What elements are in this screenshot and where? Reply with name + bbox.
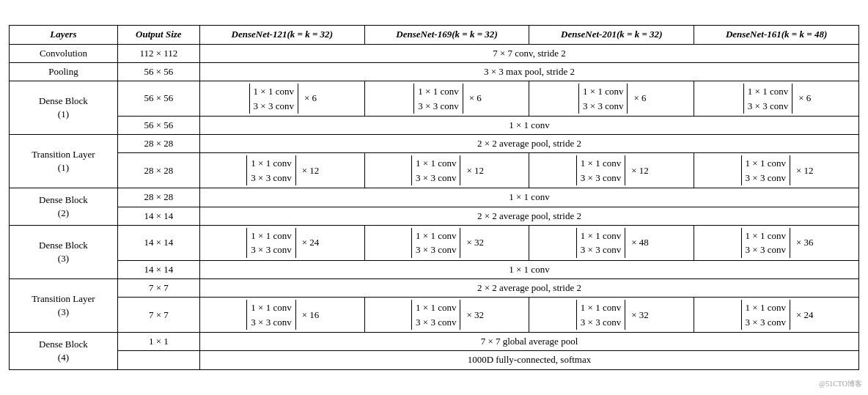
- trans1-row1: 56 × 56 1 × 1 conv: [10, 117, 859, 135]
- convolution-label: Convolution: [10, 44, 118, 62]
- pooling-label: Pooling: [10, 62, 118, 81]
- dense3-label: Dense Block (3): [10, 225, 118, 278]
- dense2-net161: 1 × 1 conv 3 × 3 conv × 12: [694, 153, 859, 188]
- classification-size-empty: [117, 351, 199, 369]
- dense3-net121: 1 × 1 conv 3 × 3 conv × 24: [199, 225, 364, 260]
- header-layers: Layers: [10, 26, 118, 44]
- pooling-size: 56 × 56: [117, 62, 199, 81]
- trans2-row1: Dense Block (2) 28 × 28 1 × 1 conv: [10, 188, 859, 207]
- classification-content2: 1000D fully-connected, softmax: [199, 351, 858, 369]
- dense3-net161: 1 × 1 conv 3 × 3 conv × 36: [694, 225, 859, 260]
- dense4-net121: 1 × 1 conv 3 × 3 conv × 16: [199, 298, 364, 333]
- dense4-net169: 1 × 1 conv 3 × 3 conv × 32: [364, 298, 529, 333]
- header-output: Output Size: [117, 26, 199, 44]
- header-densenet161: DenseNet-161(k = k = 48): [694, 26, 859, 44]
- trans3-row1: 14 × 14 1 × 1 conv: [10, 260, 859, 278]
- dense3-net169: 1 × 1 conv 3 × 3 conv × 32: [364, 225, 529, 260]
- densenet-table: Layers Output Size DenseNet-121(k = k = …: [9, 25, 859, 369]
- trans1-content2: 2 × 2 average pool, stride 2: [199, 135, 858, 153]
- header-densenet121: DenseNet-121(k = k = 32): [199, 26, 364, 44]
- header-densenet201: DenseNet-201(k = k = 32): [529, 26, 694, 44]
- dense3-row: Dense Block (3) 14 × 14 1 × 1 conv 3 × 3…: [10, 225, 859, 260]
- dense3-net201: 1 × 1 conv 3 × 3 conv × 48: [529, 225, 694, 260]
- header-densenet169: DenseNet-169(k = k = 32): [364, 26, 529, 44]
- dense2-row: 28 × 28 1 × 1 conv 3 × 3 conv × 12 1 × 1…: [10, 153, 859, 188]
- trans3-content2: 2 × 2 average pool, stride 2: [199, 278, 858, 297]
- dense2-net169: 1 × 1 conv 3 × 3 conv × 12: [364, 153, 529, 188]
- dense1-net161: 1 × 1 conv 3 × 3 conv × 6: [694, 81, 859, 117]
- trans1-label: Transition Layer (1): [10, 135, 118, 188]
- trans3-size1: 14 × 14: [117, 260, 199, 278]
- trans3-label: Transition Layer (3): [10, 278, 118, 332]
- dense4-net161: 1 × 1 conv 3 × 3 conv × 24: [694, 298, 859, 333]
- trans2-content1: 1 × 1 conv: [199, 188, 858, 207]
- trans1-content1: 1 × 1 conv: [199, 117, 858, 135]
- trans2-row2: 14 × 14 2 × 2 average pool, stride 2: [10, 207, 859, 225]
- dense4-label: Dense Block (4): [10, 333, 118, 369]
- classification-row2: 1000D fully-connected, softmax: [10, 351, 859, 369]
- trans2-size1: 28 × 28: [117, 188, 199, 207]
- classification-content1: 7 × 7 global average pool: [199, 333, 858, 351]
- trans3-size2: 7 × 7: [117, 278, 199, 297]
- trans3-label-row: Transition Layer (3) 7 × 7 2 × 2 average…: [10, 278, 859, 297]
- dense4-row: 7 × 7 1 × 1 conv 3 × 3 conv × 16 1 × 1 c…: [10, 298, 859, 333]
- dense2-size: 28 × 28: [117, 153, 199, 188]
- dense1-net169: 1 × 1 conv 3 × 3 conv × 6: [364, 81, 529, 117]
- trans1-label-row: Transition Layer (1) 28 × 28 2 × 2 avera…: [10, 135, 859, 153]
- convolution-content: 7 × 7 conv, stride 2: [199, 44, 858, 62]
- dense4-size: 7 × 7: [117, 298, 199, 333]
- pooling-content: 3 × 3 max pool, stride 2: [199, 62, 858, 81]
- dense2-label: Dense Block (2): [10, 188, 118, 225]
- dense2-net201: 1 × 1 conv 3 × 3 conv × 12: [529, 153, 694, 188]
- trans2-size2: 14 × 14: [117, 207, 199, 225]
- dense3-size: 14 × 14: [117, 225, 199, 260]
- dense1-label: Dense Block (1): [10, 81, 118, 135]
- pooling-row: Pooling 56 × 56 3 × 3 max pool, stride 2: [10, 62, 859, 81]
- dense1-net201: 1 × 1 conv 3 × 3 conv × 6: [529, 81, 694, 117]
- dense1-size: 56 × 56: [117, 81, 199, 117]
- trans3-content1: 1 × 1 conv: [199, 260, 858, 278]
- dense4-net201: 1 × 1 conv 3 × 3 conv × 32: [529, 298, 694, 333]
- dense2-net121: 1 × 1 conv 3 × 3 conv × 12: [199, 153, 364, 188]
- table-wrapper: Layers Output Size DenseNet-121(k = k = …: [9, 25, 859, 369]
- convolution-size: 112 × 112: [117, 44, 199, 62]
- watermark: @51CTO博客: [819, 379, 862, 389]
- trans1-size2: 28 × 28: [117, 135, 199, 153]
- convolution-row: Convolution 112 × 112 7 × 7 conv, stride…: [10, 44, 859, 62]
- dense4-label-row: Dense Block (4) 1 × 1 7 × 7 global avera…: [10, 333, 859, 351]
- dense1-row: Dense Block (1) 56 × 56 1 × 1 conv 3 × 3…: [10, 81, 859, 117]
- trans2-content2: 2 × 2 average pool, stride 2: [199, 207, 858, 225]
- dense1-net121: 1 × 1 conv 3 × 3 conv × 6: [199, 81, 364, 117]
- trans1-size1: 56 × 56: [117, 117, 199, 135]
- classification-size: 1 × 1: [117, 333, 199, 351]
